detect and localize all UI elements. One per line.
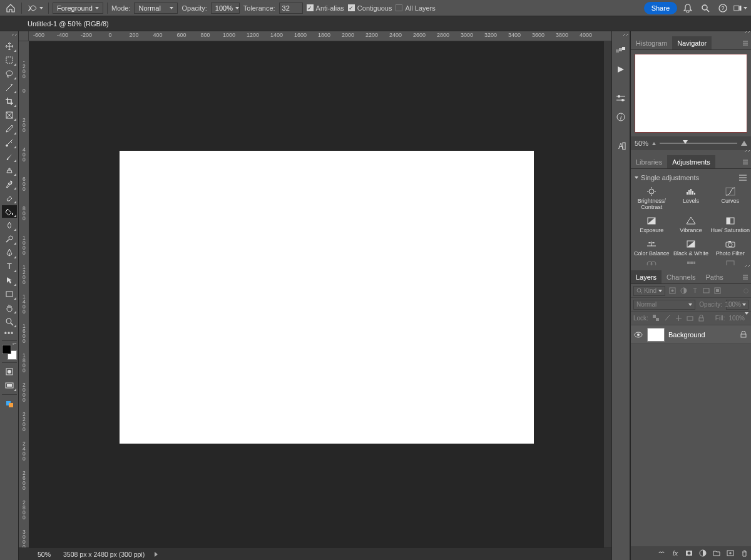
layer-fill-input[interactable]: 100%	[728, 315, 748, 322]
history-brush-tool-icon[interactable]	[2, 178, 17, 190]
zoom-out-icon[interactable]	[652, 142, 656, 145]
status-menu-icon[interactable]	[155, 552, 158, 557]
tab-libraries[interactable]: Libraries	[631, 155, 667, 168]
lock-transparency-icon[interactable]	[652, 315, 661, 322]
document-tab[interactable]: Untitled-1 @ 50% (RGB/8)	[19, 16, 118, 31]
panel-expand-icon[interactable]	[0, 34, 18, 39]
navigator-preview[interactable]	[635, 54, 747, 133]
healing-brush-tool-icon[interactable]	[2, 136, 17, 149]
type-tool-icon[interactable]: T	[2, 260, 17, 273]
notifications-icon[interactable]	[681, 1, 695, 15]
layer-fx-icon[interactable]: fx	[671, 549, 680, 557]
lock-position-icon[interactable]	[675, 315, 683, 322]
rectangular-marquee-tool-icon[interactable]	[2, 54, 17, 66]
search-icon[interactable]	[698, 1, 712, 15]
adj-invert[interactable]	[710, 260, 750, 265]
adj-black-white[interactable]: Black & White	[672, 240, 711, 257]
filter-pixel-icon[interactable]	[668, 287, 677, 295]
vertical-scrollbar[interactable]	[604, 41, 611, 547]
adj-vibrance[interactable]: Vibrance	[672, 216, 711, 233]
all-layers-checkbox[interactable]: All Layers	[396, 4, 435, 12]
fill-source-dropdown[interactable]: Foreground	[53, 3, 103, 14]
lasso-tool-icon[interactable]	[2, 68, 17, 80]
properties-panel-icon[interactable]	[613, 91, 629, 105]
list-view-icon[interactable]	[738, 174, 747, 181]
character-panel-icon[interactable]: A	[613, 139, 629, 153]
adj-hue-saturation[interactable]: Hue/ Saturation	[710, 216, 750, 233]
filter-smart-icon[interactable]	[713, 287, 722, 295]
new-group-icon[interactable]	[712, 549, 721, 557]
panel-menu-icon[interactable]	[742, 274, 749, 280]
filter-toggle[interactable]	[743, 288, 748, 293]
tab-histogram[interactable]: Histogram	[631, 36, 672, 49]
quick-mask-icon[interactable]	[2, 365, 17, 378]
zoom-slider[interactable]	[660, 143, 737, 144]
layer-row-background[interactable]: Background	[631, 325, 751, 344]
delete-layer-icon[interactable]	[740, 549, 748, 557]
extras-tool-icon[interactable]	[2, 397, 17, 410]
foreground-color-swatch[interactable]	[2, 345, 11, 354]
tool-preset-icon[interactable]	[26, 1, 44, 15]
lock-all-icon[interactable]	[697, 315, 706, 322]
adj-color-lookup[interactable]	[672, 260, 711, 265]
zoom-tool-icon[interactable]	[2, 315, 17, 328]
layer-thumbnail[interactable]	[647, 328, 665, 342]
contiguous-checkbox[interactable]: ✓ Contiguous	[348, 4, 392, 12]
tab-adjustments[interactable]: Adjustments	[667, 155, 715, 168]
crop-tool-icon[interactable]	[2, 95, 17, 108]
panel-menu-icon[interactable]	[742, 159, 749, 165]
panel-expand-icon[interactable]	[631, 150, 751, 155]
adj-color-balance[interactable]: Color Balance	[632, 240, 672, 257]
blur-tool-icon[interactable]	[2, 219, 17, 232]
brush-tool-icon[interactable]	[2, 150, 17, 163]
tab-channels[interactable]: Channels	[662, 270, 700, 283]
color-panel-icon[interactable]	[613, 44, 629, 58]
filter-shape-icon[interactable]	[702, 287, 710, 295]
navigator-zoom-value[interactable]: 50%	[635, 140, 648, 147]
layer-opacity-input[interactable]: 100%	[726, 300, 748, 310]
hand-tool-icon[interactable]	[2, 302, 17, 314]
chevron-down-icon[interactable]	[635, 176, 638, 179]
paint-bucket-tool-icon[interactable]	[2, 205, 17, 218]
frame-tool-icon[interactable]	[2, 109, 17, 121]
panel-expand-icon[interactable]	[612, 34, 630, 39]
zoom-in-icon[interactable]	[741, 141, 747, 146]
dodge-tool-icon[interactable]	[2, 233, 17, 245]
new-adjustment-layer-icon[interactable]	[698, 549, 707, 557]
horizontal-ruler[interactable]: -600-400-2000200400600800100012001400160…	[19, 31, 611, 41]
panel-expand-icon[interactable]	[631, 31, 751, 36]
layer-lock-icon[interactable]	[738, 331, 748, 338]
clone-stamp-tool-icon[interactable]	[2, 164, 17, 176]
tab-paths[interactable]: Paths	[701, 270, 728, 283]
adj-exposure[interactable]: Exposure	[632, 216, 672, 233]
lock-artboard-icon[interactable]	[686, 315, 695, 322]
eraser-tool-icon[interactable]	[2, 191, 17, 204]
zoom-level[interactable]: 50%	[29, 551, 59, 558]
lock-image-icon[interactable]	[663, 315, 672, 322]
swap-colors-icon[interactable]: ⤺	[13, 341, 17, 347]
magic-wand-tool-icon[interactable]	[2, 81, 17, 94]
filter-adjustment-icon[interactable]	[679, 287, 688, 295]
workspace-icon[interactable]	[733, 1, 747, 15]
help-icon[interactable]: ?	[716, 1, 730, 15]
layers-empty-area[interactable]	[631, 344, 751, 546]
share-button[interactable]: Share	[644, 2, 677, 14]
move-tool-icon[interactable]	[2, 40, 17, 53]
adj-channel-mixer[interactable]	[632, 260, 672, 265]
tab-layers[interactable]: Layers	[631, 270, 662, 283]
pen-tool-icon[interactable]	[2, 247, 17, 259]
actions-panel-icon[interactable]	[613, 63, 629, 76]
opacity-input[interactable]: 100%	[211, 3, 240, 14]
artboard[interactable]	[120, 151, 534, 444]
blend-mode-select[interactable]: Normal	[633, 300, 695, 310]
visibility-eye-icon[interactable]	[633, 332, 643, 338]
adj-photo-filter[interactable]: Photo Filter	[710, 240, 750, 257]
layer-filter-kind[interactable]: Kind	[633, 286, 665, 296]
panel-expand-icon[interactable]	[631, 265, 751, 270]
blend-mode-dropdown[interactable]: Normal	[134, 3, 178, 14]
link-layers-icon[interactable]	[657, 549, 666, 557]
adj-levels[interactable]: Levels	[672, 187, 711, 210]
eyedropper-tool-icon[interactable]	[2, 123, 17, 135]
vertical-ruler[interactable]: - 2 0 002 0 04 0 06 0 08 0 01 0 0 01 2 0…	[19, 41, 29, 547]
rectangle-shape-tool-icon[interactable]	[2, 288, 17, 300]
